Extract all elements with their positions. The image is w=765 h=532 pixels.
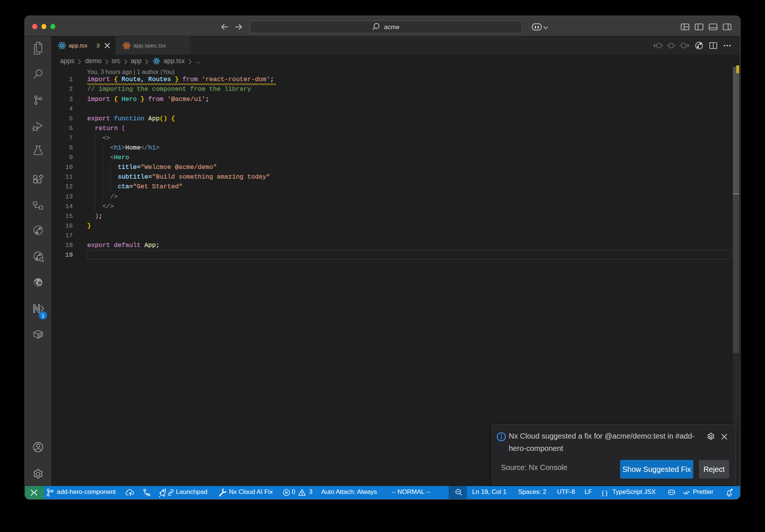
svg-text:1: 1 [41, 312, 44, 319]
svg-text:{ }: { } [602, 489, 608, 496]
